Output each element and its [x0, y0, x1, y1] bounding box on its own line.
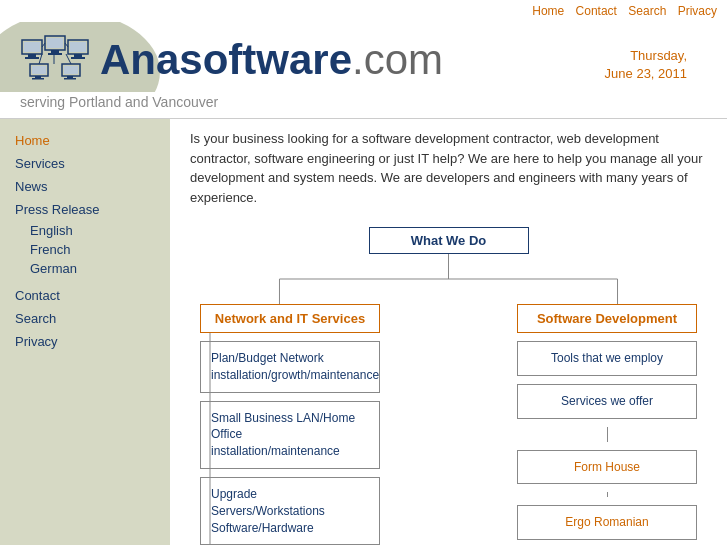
svg-rect-10 [74, 54, 82, 57]
sidebar-item-english[interactable]: English [0, 221, 170, 240]
svg-line-24 [66, 54, 71, 64]
sidebar-link-home[interactable]: Home [15, 133, 50, 148]
sidebar-item-news[interactable]: News [0, 175, 170, 198]
sidebar-item-french[interactable]: French [0, 240, 170, 259]
network-item-2: Small Business LAN/Home Office installat… [200, 401, 380, 469]
svg-rect-2 [28, 54, 36, 57]
sidebar-item-privacy[interactable]: Privacy [0, 330, 170, 353]
svg-rect-21 [64, 78, 76, 80]
sidebar: Home Services News Press Release English… [0, 119, 170, 545]
svg-rect-7 [48, 53, 62, 55]
left-tree-lines [200, 333, 220, 545]
network-item-3: Upgrade Servers/Workstations Software/Ha… [200, 477, 380, 545]
sidebar-item-services[interactable]: Services [0, 152, 170, 175]
network-services-header: Network and IT Services [200, 304, 380, 333]
topnav-search[interactable]: Search [628, 4, 666, 18]
topnav-home[interactable]: Home [532, 4, 564, 18]
sidebar-item-search[interactable]: Search [0, 307, 170, 330]
sidebar-link-search[interactable]: Search [15, 311, 56, 326]
svg-rect-9 [70, 42, 86, 52]
svg-rect-1 [24, 42, 40, 52]
svg-rect-17 [32, 78, 44, 80]
sidebar-link-french[interactable]: French [30, 242, 70, 257]
svg-rect-11 [71, 57, 85, 59]
svg-rect-6 [51, 50, 59, 53]
topnav-contact[interactable]: Contact [576, 4, 617, 18]
svg-rect-19 [64, 66, 78, 74]
ergo-romanian-link[interactable]: Ergo Romanian [565, 515, 648, 529]
two-column-layout: Network and IT Services Plan/Budget Netw… [190, 304, 707, 545]
tools-item: Tools that we employ [517, 341, 697, 376]
sidebar-link-news[interactable]: News [15, 179, 48, 194]
svg-rect-16 [35, 76, 41, 78]
left-column: Network and IT Services Plan/Budget Netw… [190, 304, 390, 545]
svg-rect-5 [47, 38, 63, 48]
form-house-link[interactable]: Form House [574, 460, 640, 474]
ergo-romanian-link-box[interactable]: Ergo Romanian [517, 505, 697, 540]
logo: Anasoftware.com [20, 32, 443, 87]
logo-text: Anasoftware.com [100, 36, 443, 84]
sidebar-link-contact[interactable]: Contact [15, 288, 60, 303]
sidebar-link-services[interactable]: Services [15, 156, 65, 171]
svg-line-22 [39, 54, 42, 64]
sidebar-link-german[interactable]: German [30, 261, 77, 276]
network-item-1: Plan/Budget Network installation/growth/… [200, 341, 380, 393]
sidebar-item-press-release[interactable]: Press Release [0, 198, 170, 221]
header-subtitle: serving Portland and Vancouver [0, 92, 727, 118]
form-house-link-box[interactable]: Form House [517, 450, 697, 485]
what-we-do-section: What We Do Network and IT Services [190, 227, 707, 545]
right-column: Software Development Tools that we emplo… [507, 304, 707, 545]
intro-paragraph: Is your business looking for a software … [190, 129, 707, 207]
sidebar-item-german[interactable]: German [0, 259, 170, 278]
sidebar-link-english[interactable]: English [30, 223, 73, 238]
services-item: Services we offer [517, 384, 697, 419]
svg-rect-15 [32, 66, 46, 74]
header: Anasoftware.com Thursday, June 23, 2011 [0, 22, 727, 92]
logo-icon [20, 32, 90, 87]
content: Is your business looking for a software … [170, 119, 727, 545]
sidebar-item-contact[interactable]: Contact [0, 284, 170, 307]
what-we-do-title: What We Do [369, 227, 529, 254]
svg-rect-3 [25, 57, 39, 59]
main-layout: Home Services News Press Release English… [0, 119, 727, 545]
svg-rect-20 [67, 76, 73, 78]
header-date: Thursday, June 23, 2011 [605, 47, 687, 83]
software-dev-header: Software Development [517, 304, 697, 333]
sidebar-link-press-release[interactable]: Press Release [15, 202, 100, 217]
top-nav: Home Contact Search Privacy [0, 0, 727, 22]
topnav-privacy[interactable]: Privacy [678, 4, 717, 18]
sidebar-link-privacy[interactable]: Privacy [15, 334, 58, 349]
tree-lines-svg [190, 254, 707, 304]
sidebar-item-home[interactable]: Home [0, 129, 170, 152]
